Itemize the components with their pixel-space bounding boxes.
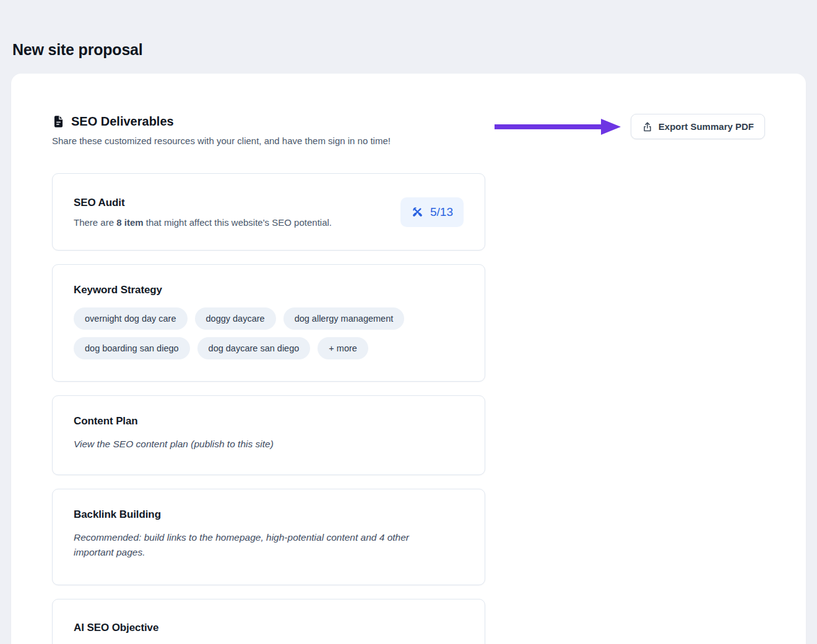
card-keyword-strategy[interactable]: Keyword Strategy overnight dog day care … xyxy=(52,264,485,382)
backlink-building-title: Backlink Building xyxy=(74,509,464,521)
annotation-arrow-icon xyxy=(493,118,621,135)
keyword-pills: overnight dog day care doggy daycare dog… xyxy=(74,307,464,359)
seo-deliverables-panel: SEO Deliverables Share these customized … xyxy=(11,74,806,644)
tools-icon xyxy=(411,205,424,218)
card-backlink-building[interactable]: Backlink Building Recommended: build lin… xyxy=(52,489,485,585)
seo-audit-score-badge: 5/13 xyxy=(400,197,464,227)
keyword-pill: overnight dog day care xyxy=(74,307,188,330)
content-plan-title: Content Plan xyxy=(74,415,464,427)
export-button-label: Export Summary PDF xyxy=(659,121,754,132)
seo-audit-body-suffix: that might affect this website's SEO pot… xyxy=(144,217,332,228)
card-content-plan[interactable]: Content Plan View the SEO content plan (… xyxy=(52,395,485,475)
panel-subtitle: Share these customized resources with yo… xyxy=(52,135,391,146)
keyword-pill-more[interactable]: + more xyxy=(318,337,368,359)
upload-icon xyxy=(642,121,653,132)
backlink-building-note: Recommended: build links to the homepage… xyxy=(74,530,445,560)
seo-audit-text: SEO Audit There are 8 item that might af… xyxy=(74,197,332,228)
seo-audit-score: 5/13 xyxy=(430,205,453,219)
panel-title: SEO Deliverables xyxy=(71,114,174,129)
content-plan-note: View the SEO content plan (publish to th… xyxy=(74,437,445,452)
keyword-pill: dog daycare san diego xyxy=(197,337,311,359)
deliverable-cards: SEO Audit There are 8 item that might af… xyxy=(52,173,485,644)
card-seo-audit[interactable]: SEO Audit There are 8 item that might af… xyxy=(52,173,485,251)
document-icon xyxy=(52,115,65,128)
card-ai-seo-objective[interactable]: AI SEO Objective xyxy=(52,599,485,644)
seo-audit-body: There are 8 item that might affect this … xyxy=(74,217,332,228)
export-summary-pdf-button[interactable]: Export Summary PDF xyxy=(631,114,765,139)
seo-audit-body-prefix: There are xyxy=(74,217,116,228)
ai-seo-objective-title: AI SEO Objective xyxy=(74,622,464,634)
panel-header: SEO Deliverables Share these customized … xyxy=(52,114,765,146)
keyword-strategy-title: Keyword Strategy xyxy=(74,284,464,296)
panel-header-right: Export Summary PDF xyxy=(493,114,765,139)
page-title: New site proposal xyxy=(0,0,817,59)
seo-audit-title: SEO Audit xyxy=(74,197,332,209)
keyword-pill: doggy daycare xyxy=(195,307,276,330)
panel-title-row: SEO Deliverables xyxy=(52,114,391,129)
keyword-pill: dog allergy management xyxy=(283,307,405,330)
panel-header-left: SEO Deliverables Share these customized … xyxy=(52,114,391,146)
seo-audit-body-count: 8 item xyxy=(116,217,143,228)
keyword-pill: dog boarding san diego xyxy=(74,337,190,359)
